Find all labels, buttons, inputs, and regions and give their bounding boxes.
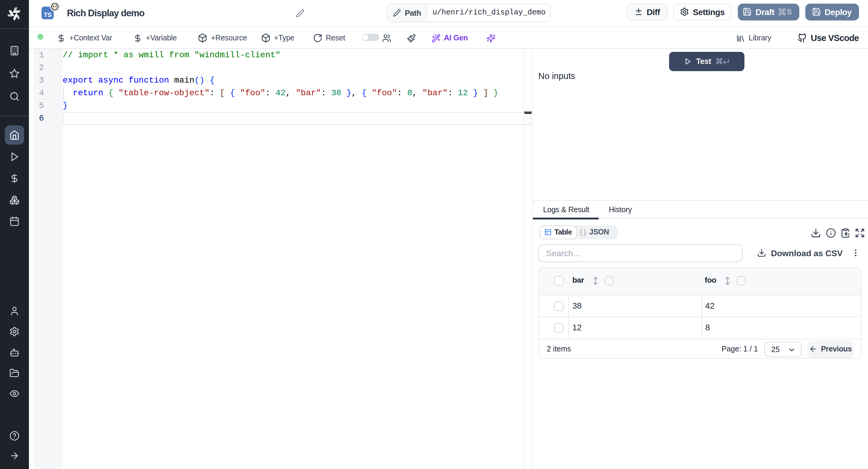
svg-text:S: S <box>786 8 792 16</box>
